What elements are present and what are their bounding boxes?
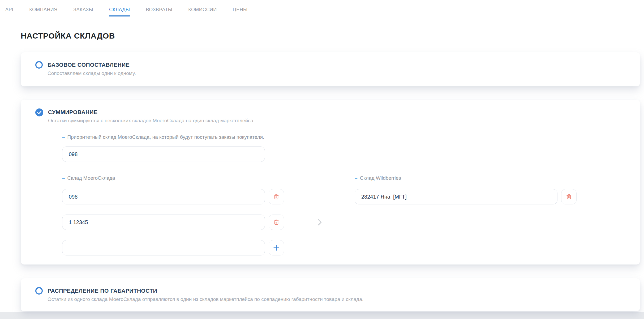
tab-prices[interactable]: ЦЕНЫ bbox=[233, 7, 248, 16]
dimensional-distribution-card: РАСПРЕДЕЛЕНИЕ ПО ГАБАРИТНОСТИ Остатки из… bbox=[21, 278, 640, 311]
priority-warehouse-label: – Приоритетный склад МоегоСклада, на кот… bbox=[62, 134, 640, 140]
dimensional-title: РАСПРЕДЕЛЕНИЕ ПО ГАБАРИТНОСТИ bbox=[48, 288, 363, 294]
left-column-label-text: Склад МоегоСклада bbox=[67, 175, 115, 181]
basic-mapping-radio[interactable] bbox=[35, 61, 43, 76]
tab-orders[interactable]: ЗАКАЗЫ bbox=[74, 7, 93, 16]
tab-warehouses[interactable]: СКЛАДЫ bbox=[109, 7, 130, 16]
label-dash: – bbox=[355, 175, 358, 181]
warehouses-settings-page: API КОМПАНИЯ ЗАКАЗЫ СКЛАДЫ ВОЗВРАТЫ КОМИ… bbox=[0, 0, 644, 312]
summation-card: СУММИРОВАНИЕ Остатки суммируются с неско… bbox=[21, 100, 640, 265]
delete-wb-warehouse-1-button[interactable] bbox=[561, 189, 577, 204]
tab-api[interactable]: API bbox=[5, 7, 13, 16]
page-title: НАСТРОЙКА СКЛАДОВ bbox=[21, 31, 644, 40]
label-dash: – bbox=[62, 134, 65, 140]
settings-tabbar: API КОМПАНИЯ ЗАКАЗЫ СКЛАДЫ ВОЗВРАТЫ КОМИ… bbox=[0, 0, 644, 16]
chevron-right-icon bbox=[315, 218, 324, 226]
delete-ms-warehouse-1-button[interactable] bbox=[269, 189, 284, 204]
add-ms-warehouse-button[interactable] bbox=[269, 240, 284, 255]
basic-mapping-title: БАЗОВОЕ СОПОСТАВЛЕНИЕ bbox=[48, 62, 136, 68]
ms-warehouse-row bbox=[62, 240, 284, 255]
summation-title: СУММИРОВАНИЕ bbox=[48, 109, 255, 115]
ms-warehouse-input-1[interactable] bbox=[62, 189, 265, 204]
right-column-label-text: Склад Wildberries bbox=[360, 175, 401, 181]
priority-warehouse-input[interactable] bbox=[62, 146, 265, 162]
right-column-label: – Склад Wildberries bbox=[355, 175, 577, 181]
dimensional-radio[interactable] bbox=[35, 287, 43, 302]
tab-returns[interactable]: ВОЗВРАТЫ bbox=[146, 7, 172, 16]
ms-warehouse-row bbox=[62, 215, 284, 230]
basic-mapping-card: БАЗОВОЕ СОПОСТАВЛЕНИЕ Сопоставляем склад… bbox=[21, 52, 640, 86]
trash-icon bbox=[565, 193, 572, 200]
ms-warehouse-row bbox=[62, 189, 284, 204]
trash-icon bbox=[273, 193, 280, 200]
priority-warehouse-label-text: Приоритетный склад МоегоСклада, на котор… bbox=[67, 134, 264, 140]
left-column-label: – Склад МоегоСклада bbox=[62, 175, 284, 181]
summation-form: – Приоритетный склад МоегоСклада, на кот… bbox=[21, 134, 640, 255]
delete-ms-warehouse-2-button[interactable] bbox=[269, 215, 284, 230]
trash-icon bbox=[273, 219, 280, 226]
ms-warehouse-input-2[interactable] bbox=[62, 215, 265, 230]
summation-radio[interactable] bbox=[35, 108, 43, 124]
plus-icon bbox=[272, 244, 280, 252]
tab-company[interactable]: КОМПАНИЯ bbox=[29, 7, 57, 16]
wb-warehouse-input-1[interactable] bbox=[355, 189, 557, 204]
summation-subtitle: Остатки суммируются с нескольких складов… bbox=[48, 118, 255, 124]
dimensional-subtitle: Остатки из одного склада МоегоСклада отп… bbox=[48, 296, 363, 302]
label-dash: – bbox=[62, 175, 65, 181]
check-circle-icon[interactable] bbox=[35, 108, 43, 116]
wb-warehouse-row bbox=[355, 189, 577, 204]
basic-mapping-subtitle: Сопоставляем склады один к одному. bbox=[48, 70, 136, 76]
tab-commissions[interactable]: КОМИССИИ bbox=[188, 7, 217, 16]
radio-circle-icon[interactable] bbox=[35, 61, 43, 69]
radio-circle-icon[interactable] bbox=[35, 287, 43, 295]
ms-warehouse-input-3[interactable] bbox=[62, 240, 265, 255]
mapping-direction bbox=[284, 215, 355, 230]
